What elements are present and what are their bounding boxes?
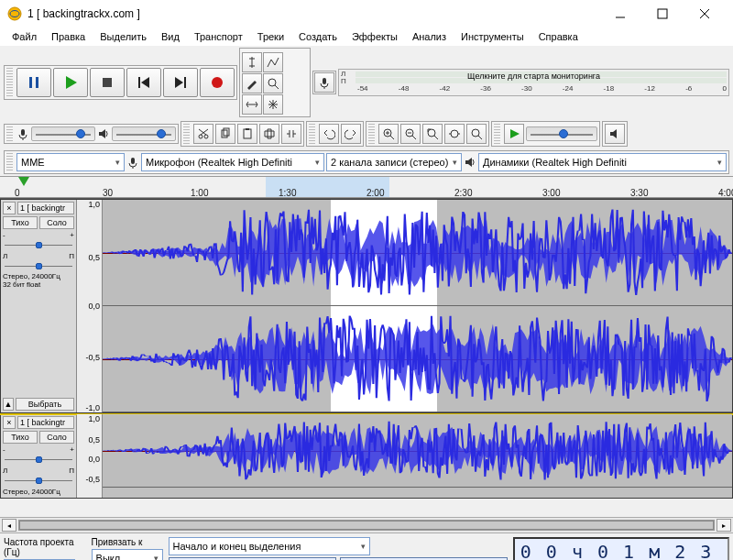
mute-button[interactable]: Тихо	[3, 431, 38, 444]
amplitude-scale[interactable]: 1,00,50,0-0,5	[77, 414, 103, 498]
pan-slider[interactable]	[3, 262, 74, 271]
skip-start-button[interactable]	[126, 68, 161, 97]
toolbar-grip[interactable]	[6, 68, 13, 97]
close-button[interactable]	[684, 0, 726, 27]
play-button[interactable]	[53, 68, 88, 97]
menu-transport[interactable]: Транспорт	[188, 29, 249, 44]
track-name[interactable]: 1 [ backingtr	[17, 416, 74, 429]
zoom-selection-button[interactable]	[422, 124, 443, 144]
toolbar-grip[interactable]	[6, 126, 13, 141]
zoom-out-button[interactable]	[400, 124, 421, 144]
scroll-right-button[interactable]: ▸	[717, 519, 731, 532]
track-1[interactable]: ×1 [ backingtr ТихоСоло -+ ЛП Стерео, 24…	[0, 199, 733, 413]
playback-volume-slider[interactable]	[112, 126, 176, 141]
waveform-channel-right[interactable]	[103, 306, 732, 412]
track-info: Стерео, 24000Гц 32 бит float	[3, 273, 74, 290]
gain-slider[interactable]	[3, 241, 74, 250]
timeline-ruler[interactable]: 0301:001:302:002:303:003:304:00	[0, 176, 733, 198]
amplitude-scale[interactable]: 1,00,50,0-0,5-1,0	[77, 200, 103, 412]
paste-button[interactable]	[237, 124, 257, 144]
recording-volume-slider[interactable]	[31, 126, 95, 141]
timeline-pin-icon[interactable]	[18, 177, 29, 186]
record-meter[interactable]: Л П Щелкните для старта мониторинга -54-…	[338, 69, 729, 96]
track-2[interactable]: ×1 [ backingtr ТихоСоло -+ ЛП Стерео, 24…	[0, 413, 733, 499]
timeshift-tool-button[interactable]	[242, 94, 262, 115]
mute-button[interactable]: Тихо	[3, 216, 38, 229]
cut-button[interactable]	[193, 124, 213, 144]
minimize-button[interactable]	[599, 0, 641, 27]
envelope-tool-button[interactable]	[263, 52, 283, 72]
menu-select[interactable]: Выделить	[93, 29, 153, 44]
track-panel[interactable]: ×1 [ backingtr ТихоСоло -+ ЛП Стерео, 24…	[1, 200, 77, 412]
menu-effects[interactable]: Эффекты	[345, 29, 404, 44]
pause-button[interactable]	[16, 68, 51, 97]
maximize-button[interactable]	[641, 0, 684, 27]
multi-tool-button[interactable]	[263, 94, 283, 115]
zoom-in-button[interactable]	[378, 124, 399, 144]
svg-rect-4	[36, 77, 38, 88]
zoom-tool-button[interactable]	[263, 73, 283, 93]
solo-button[interactable]: Соло	[39, 431, 74, 444]
recording-device-combo[interactable]: Микрофон (Realtek High Definiti	[141, 153, 324, 171]
undo-button[interactable]	[319, 124, 339, 144]
menu-analyze[interactable]: Анализ	[406, 29, 453, 44]
time-display[interactable]: 0 0 ч 0 1 м 2 3 с	[513, 537, 729, 560]
menu-file[interactable]: Файл	[5, 29, 43, 44]
draw-tool-button[interactable]	[242, 73, 262, 93]
zoom-toggle-button[interactable]	[466, 124, 487, 144]
playback-device-combo[interactable]: Динамики (Realtek High Definiti	[478, 153, 727, 171]
menu-view[interactable]: Вид	[155, 29, 186, 44]
track-collapse-button[interactable]: ▲	[3, 398, 14, 411]
toolbar-grip[interactable]	[309, 124, 315, 144]
toolbar-grip[interactable]	[494, 124, 500, 144]
track-select-button[interactable]: Выбрать	[16, 398, 74, 411]
svg-rect-23	[131, 158, 135, 164]
silence-button[interactable]	[281, 124, 301, 144]
skip-end-button[interactable]	[163, 68, 198, 97]
mic-meter-icon[interactable]	[314, 72, 334, 93]
selection-mode-combo[interactable]: Начало и конец выделения	[169, 537, 370, 555]
selection-tool-button[interactable]	[242, 52, 262, 72]
menu-help[interactable]: Справка	[532, 29, 585, 44]
fit-width-button[interactable]	[444, 124, 465, 144]
waveform-area[interactable]	[103, 200, 732, 412]
solo-button[interactable]: Соло	[39, 216, 74, 229]
waveform-area[interactable]	[103, 414, 732, 498]
toolbar-grip[interactable]	[6, 153, 13, 171]
menu-tools[interactable]: Инструменты	[454, 29, 531, 44]
speaker-icon	[464, 156, 476, 169]
play-speed-slider[interactable]	[526, 126, 597, 141]
meter-ticks: -54-48-42-36-30-24-18-12-60	[357, 84, 727, 93]
snap-combo[interactable]: Выкл	[92, 549, 163, 560]
toolbar-grip[interactable]	[183, 124, 190, 144]
play-at-speed-button[interactable]	[504, 124, 524, 144]
scroll-thumb[interactable]	[19, 521, 714, 530]
track-close-button[interactable]: ×	[3, 416, 16, 429]
pan-slider[interactable]	[3, 477, 74, 486]
menu-edit[interactable]: Правка	[45, 29, 92, 44]
waveform-channel-left[interactable]	[103, 414, 732, 488]
track-close-button[interactable]: ×	[3, 202, 16, 214]
speaker-meter-icon[interactable]	[605, 124, 625, 144]
horizontal-scrollbar[interactable]: ◂ ▸	[0, 517, 733, 533]
gain-slider[interactable]	[3, 456, 74, 465]
waveform-channel-left[interactable]	[103, 200, 732, 306]
svg-rect-10	[323, 78, 326, 84]
audio-host-combo[interactable]: MME	[16, 153, 125, 171]
scroll-track[interactable]	[18, 520, 715, 531]
redo-button[interactable]	[341, 124, 361, 144]
menu-generate[interactable]: Создать	[292, 29, 344, 44]
svg-rect-3	[29, 77, 32, 88]
toolbar-grip[interactable]	[368, 124, 375, 144]
copy-button[interactable]	[215, 124, 235, 144]
track-name[interactable]: 1 [ backingtr	[17, 202, 74, 214]
record-button[interactable]	[200, 68, 235, 97]
stop-button[interactable]	[90, 68, 125, 97]
svg-rect-16	[244, 129, 251, 138]
menu-tracks[interactable]: Треки	[251, 29, 290, 44]
trim-button[interactable]	[259, 124, 279, 144]
mic-icon	[16, 127, 29, 140]
scroll-left-button[interactable]: ◂	[2, 519, 16, 532]
track-panel[interactable]: ×1 [ backingtr ТихоСоло -+ ЛП Стерео, 24…	[1, 414, 77, 498]
recording-channels-combo[interactable]: 2 канала записи (стерео)	[326, 153, 462, 171]
